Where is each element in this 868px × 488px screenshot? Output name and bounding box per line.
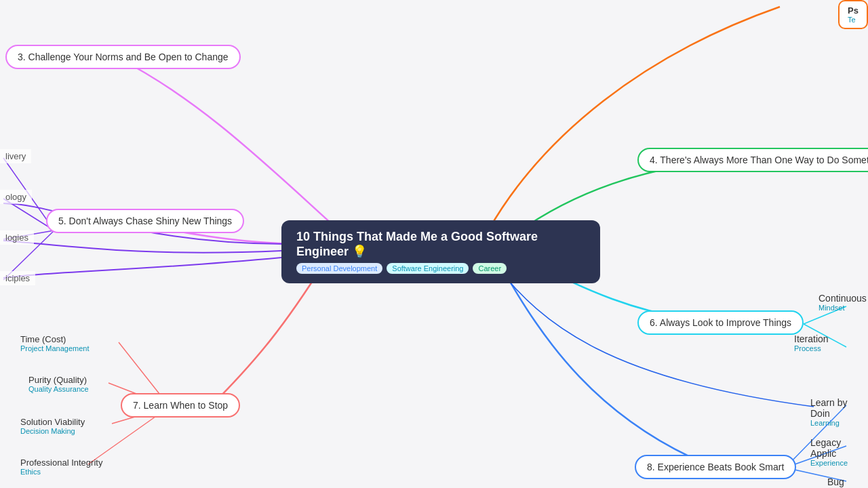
subnode-legacy-title: Legacy Applic (810, 437, 868, 459)
subnode-iteration: Iteration Process (794, 333, 829, 352)
node-3-label: 3. Challenge Your Norms and Be Open to C… (18, 52, 229, 62)
node-6-label: 6. Always Look to Improve Things (650, 317, 791, 328)
subnode-professional: Professional Integrity Ethics (20, 458, 102, 476)
subnode-bug-fixing-title: Bug Fixing (827, 476, 868, 488)
subnode-learn-doing-tag: Learning (810, 419, 868, 427)
subnode-time-cost-tag: Project Management (20, 344, 90, 352)
node-7[interactable]: 7. Learn When to Stop (121, 393, 240, 418)
subnode-legacy: Legacy Applic Experience (810, 437, 868, 467)
left-partial-livery: livery (0, 149, 31, 163)
subnode-continuous: Continuous Mindset (818, 293, 867, 312)
tag-software-engineering: Software Engineering (387, 263, 469, 274)
subnode-professional-tag: Ethics (20, 468, 102, 476)
center-node-title: 10 Things That Made Me a Good Software E… (296, 230, 585, 259)
partial-node-tag: Te (848, 16, 859, 24)
subnode-professional-title: Professional Integrity (20, 458, 102, 468)
subnode-solution-title: Solution Viability (20, 417, 85, 427)
subnode-continuous-title: Continuous (818, 293, 867, 304)
node-7-label: 7. Learn When to Stop (133, 400, 228, 411)
left-partial-ology: ology (0, 190, 32, 204)
node-4-label: 4. There's Always More Than One Way to D… (650, 155, 868, 165)
subnode-iteration-title: Iteration (794, 333, 829, 344)
subnode-solution: Solution Viability Decision Making (20, 417, 85, 435)
tag-career: Career (473, 263, 507, 274)
subnode-continuous-tag: Mindset (818, 304, 867, 312)
partial-node-top-right: Ps Te (838, 0, 868, 29)
left-partial-logies: logies (0, 230, 34, 245)
subnode-purity: Purity (Quality) Quality Assurance (28, 375, 89, 393)
node-3[interactable]: 3. Challenge Your Norms and Be Open to C… (5, 45, 241, 69)
partial-node-title: Ps (848, 5, 859, 16)
mindmap-canvas: Ps Te 3. Challenge Your Norms and Be Ope… (0, 0, 868, 488)
subnode-learn-doing-title: Learn by Doin (810, 397, 868, 419)
left-partial-iciples: iciples (0, 271, 35, 285)
node-5-label: 5. Don't Always Chase Shiny New Things (58, 216, 232, 226)
subnode-purity-tag: Quality Assurance (28, 385, 89, 393)
subnode-time-cost: Time (Cost) Project Management (20, 334, 90, 352)
center-node[interactable]: 10 Things That Made Me a Good Software E… (281, 220, 600, 283)
subnode-learn-doing: Learn by Doin Learning (810, 397, 868, 427)
node-8-label: 8. Experience Beats Book Smart (647, 462, 784, 472)
node-8[interactable]: 8. Experience Beats Book Smart (635, 455, 796, 479)
subnode-purity-title: Purity (Quality) (28, 375, 89, 385)
node-5[interactable]: 5. Don't Always Chase Shiny New Things (46, 209, 244, 233)
subnode-iteration-tag: Process (794, 344, 829, 352)
tag-personal-development: Personal Development (296, 263, 382, 274)
node-4[interactable]: 4. There's Always More Than One Way to D… (637, 148, 868, 172)
subnode-solution-tag: Decision Making (20, 427, 85, 435)
subnode-time-cost-title: Time (Cost) (20, 334, 90, 344)
subnode-legacy-tag: Experience (810, 459, 868, 467)
subnode-bug-fixing: Bug Fixing (827, 476, 868, 488)
center-node-tags: Personal Development Software Engineerin… (296, 263, 585, 274)
node-6[interactable]: 6. Always Look to Improve Things (637, 310, 804, 335)
